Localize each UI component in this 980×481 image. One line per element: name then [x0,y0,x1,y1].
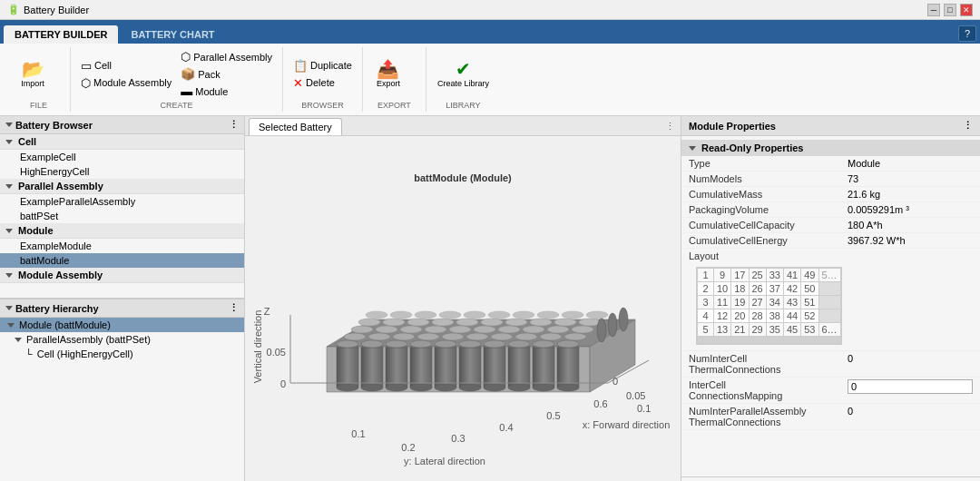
svg-rect-47 [557,348,579,388]
prop-cumulative-mass: CumulativeMass 21.6 kg [681,187,980,202]
cell-icon: ▭ [81,59,92,73]
svg-rect-29 [410,348,432,388]
center-tab-menu-icon[interactable]: ⋮ [663,119,677,134]
ribbon-export-group: 📤 Export EXPORT [363,47,426,112]
svg-point-86 [530,319,552,326]
properties-container: Read-Only Properties Type Module NumMode… [681,136,980,476]
svg-point-100 [608,313,617,337]
svg-point-51 [386,340,407,348]
main-area: Battery Browser ⋮ Cell ExampleCell HighE… [0,116,980,481]
svg-text:0.3: 0.3 [451,433,465,444]
svg-point-94 [488,311,510,319]
hierarchy-menu-icon[interactable]: ⋮ [229,302,239,314]
module-assembly-button[interactable]: ⬡ Module Assembly [78,75,174,91]
cell-button[interactable]: ▭ Cell [78,58,174,74]
svg-text:battModule (Module): battModule (Module) [414,172,512,183]
layout-grid[interactable]: 1917253341495… 2101826374250 31119273443… [696,267,842,345]
browser-group-label: BROWSER [290,101,355,110]
ribbon-create-group: ▭ Cell ⬡ Module Assembly ⬡ Parallel Asse… [71,47,283,112]
svg-text:y: Lateral direction: y: Lateral direction [404,456,485,466]
battery-browser-menu-icon[interactable]: ⋮ [229,119,239,131]
svg-point-52 [410,340,432,348]
svg-point-53 [435,340,456,348]
tab-battery-chart[interactable]: BATTERY CHART [120,25,225,44]
import-button[interactable]: 📂 Import [15,58,51,90]
svg-point-66 [515,333,537,340]
create-library-icon: ✔ [456,60,471,78]
tree-item-example-parallel[interactable]: ExampleParallelAssembly [0,194,244,209]
parallel-assembly-section: Parallel Assembly ExampleParallelAssembl… [0,179,244,223]
tree-item-example-cell[interactable]: ExampleCell [0,150,244,164]
layout-row-2: 2101826374250 [698,282,841,296]
tree-item-batt-pset[interactable]: battPSet [0,209,244,223]
read-only-section-header: Read-Only Properties [681,140,980,156]
module-assembly-section-header[interactable]: Module Assembly [0,268,244,283]
layout-scroll-row[interactable] [698,337,841,344]
svg-point-73 [449,326,471,333]
duplicate-button[interactable]: 📋 Duplicate [290,58,355,74]
minimize-btn[interactable]: ─ [927,4,940,16]
svg-point-49 [337,340,358,348]
main-tab-bar: BATTERY BUILDER BATTERY CHART ? [0,20,980,44]
module-properties-menu-icon[interactable]: ⋮ [963,120,973,132]
tree-item-high-energy-cell[interactable]: HighEnergyCell [0,164,244,179]
module-button[interactable]: ▬ Module [178,83,275,99]
center-tab-selected-battery[interactable]: Selected Battery [249,118,342,135]
cell-collapse-icon [5,140,13,144]
svg-point-36 [459,384,481,391]
layout-row-3: 3111927344351 [698,296,841,309]
parallel-assembly-button[interactable]: ⬡ Parallel Assembly [178,49,275,64]
tab-battery-builder[interactable]: BATTERY BUILDER [4,25,118,44]
svg-point-33 [435,384,456,391]
close-btn[interactable]: ✕ [960,4,973,16]
svg-point-93 [464,311,485,319]
htree-module-battmodule[interactable]: Module (battModule) [0,318,244,332]
file-group-label: FILE [15,101,63,110]
tree-item-batt-module[interactable]: battModule [0,253,244,268]
layout-table: 1917253341495… 2101826374250 31119273443… [697,268,841,344]
htree-cell-high-energy[interactable]: └ Cell (HighEnergyCell) [0,347,244,361]
svg-rect-26 [386,348,407,388]
svg-point-59 [344,333,366,340]
svg-point-76 [523,326,544,333]
ribbon-browser-group: 📋 Duplicate ✕ Delete BROWSER [283,47,363,112]
import-icon: 📂 [22,60,44,78]
prop-cumulative-cell-capacity: CumulativeCellCapacity 180 A*h [681,218,980,233]
svg-point-69 [351,326,373,333]
svg-point-30 [410,384,432,391]
svg-point-72 [425,326,446,333]
create-library-button[interactable]: ✔ Create Library [434,58,493,90]
app-title: Battery Builder [24,5,89,15]
browser-small-group: 📋 Duplicate ✕ Delete [290,58,355,91]
svg-point-68 [564,333,586,340]
title-bar: 🔋 Battery Builder ─ □ ✕ [0,0,980,20]
htree-parallel-assembly[interactable]: ParallelAssembly (battPSet) [0,332,244,347]
pack-button[interactable]: 📦 Pack [178,66,275,82]
svg-text:Vertical direction: Vertical direction [252,310,263,384]
inter-cell-mapping-input[interactable] [848,379,973,394]
svg-point-79 [358,319,380,326]
svg-text:0.1: 0.1 [351,428,365,439]
delete-button[interactable]: ✕ Delete [290,75,355,91]
svg-point-62 [417,333,439,340]
svg-point-75 [498,326,520,333]
parallel-assembly-section-header[interactable]: Parallel Assembly [0,179,244,194]
cell-section-header[interactable]: Cell [0,134,244,150]
export-button[interactable]: 📤 Export [370,58,407,90]
tree-item-example-module[interactable]: ExampleModule [0,239,244,253]
center-panel: Selected Battery ⋮ battModule (Module) V… [245,116,681,481]
ribbon-file-group: 📂 Import FILE [7,47,71,112]
hierarchy-tree: Module (battModule) ParallelAssembly (ba… [0,318,244,361]
svg-point-82 [432,319,454,326]
cell-section: Cell ExampleCell HighEnergyCell [0,134,244,179]
window-controls: ─ □ ✕ [927,4,973,16]
svg-point-74 [474,326,495,333]
svg-rect-20 [337,348,358,388]
svg-text:0.05: 0.05 [626,390,645,401]
module-collapse-icon [5,229,13,233]
maximize-btn[interactable]: □ [944,4,956,16]
module-section-header[interactable]: Module [0,223,244,239]
svg-point-56 [508,340,530,348]
help-button[interactable]: ? [958,25,976,42]
prop-num-inter-cell: NumInterCell ThermalConnections 0 [681,351,980,378]
